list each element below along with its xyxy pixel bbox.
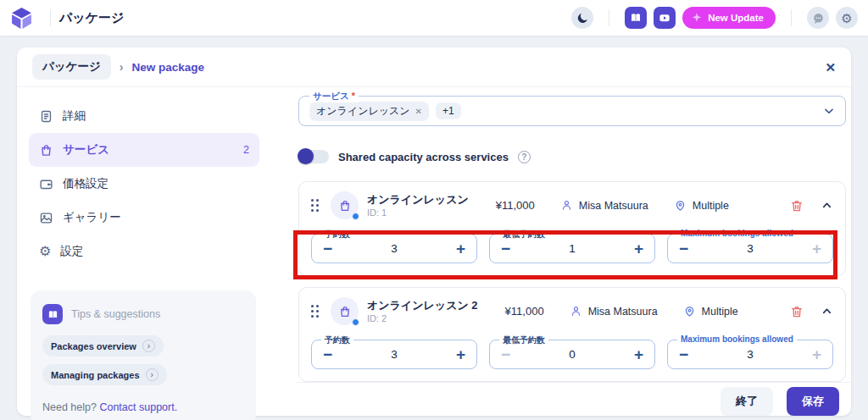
increment-button[interactable]: +	[634, 346, 643, 362]
chevron-up-icon	[821, 305, 833, 318]
trash-icon	[790, 199, 804, 213]
services-count-badge: 2	[243, 144, 249, 156]
stepper-label: 最低予約数	[499, 334, 548, 346]
help-icon[interactable]: ?	[518, 151, 531, 163]
decrement-button[interactable]: −	[323, 346, 332, 362]
shared-capacity-label: Shared capacity across services	[338, 151, 509, 163]
packages-overview-link[interactable]: Packages overview ›	[42, 335, 164, 356]
top-app-bar: パッケージ New Update	[0, 0, 868, 36]
divider	[50, 9, 51, 26]
need-help-prefix: Need help?	[42, 401, 99, 413]
decrement-button[interactable]: −	[679, 346, 688, 362]
increment-button[interactable]: +	[812, 346, 821, 362]
decrement-button[interactable]: −	[323, 240, 332, 257]
service-chip-label: オンラインレッスン	[316, 104, 410, 119]
toggle-knob	[298, 148, 314, 164]
moon-icon	[576, 12, 589, 25]
increment-button[interactable]: +	[456, 346, 465, 362]
stepper-label: 最低予約数	[499, 229, 548, 240]
trash-icon	[790, 305, 804, 318]
chevron-right-icon: ›	[146, 368, 159, 381]
service-price: ¥11,000	[505, 305, 544, 318]
decrement-button[interactable]: −	[501, 240, 510, 257]
video-tutorials-button[interactable]	[654, 7, 676, 29]
tips-title: Tips & suggestions	[71, 308, 160, 320]
contact-support-link[interactable]: Contact support.	[99, 401, 177, 413]
shared-capacity-toggle[interactable]	[298, 150, 329, 163]
docs-button[interactable]	[625, 7, 647, 29]
managing-packages-label: Managing packages	[51, 370, 140, 380]
increment-button[interactable]: +	[812, 240, 821, 257]
increment-button[interactable]: +	[634, 240, 643, 257]
bag-icon	[39, 143, 53, 158]
sidebar-item-gallery[interactable]: ギャラリー	[29, 201, 259, 235]
sidebar-item-settings[interactable]: ⚙ 設定	[29, 235, 259, 268]
stepper-value: 3	[668, 348, 832, 361]
drag-handle-icon[interactable]	[311, 199, 320, 213]
stepper-value: 3	[312, 242, 476, 255]
decrement-button[interactable]: −	[679, 240, 688, 257]
gallery-icon	[39, 211, 53, 225]
stepper-value: 3	[312, 348, 476, 361]
need-help-text: Need help? Contact support.	[42, 401, 244, 413]
divider	[791, 9, 792, 26]
gear-icon: ⚙	[39, 245, 51, 258]
delete-service-button[interactable]	[790, 199, 804, 213]
gear-icon: ⚙	[841, 12, 852, 25]
stepper-label: Maximum bookings allowed	[677, 229, 797, 238]
divider	[609, 9, 609, 26]
dark-mode-toggle-button[interactable]	[571, 7, 593, 29]
chevron-right-icon: ›	[142, 340, 155, 352]
sidebar-item-details[interactable]: 詳細	[29, 99, 259, 133]
sidebar-item-label: サービス	[63, 142, 109, 158]
sidebar-item-services[interactable]: サービス 2	[29, 133, 259, 167]
new-package-panel: パッケージ › New package ✕ 詳細 サ	[17, 47, 851, 416]
chat-support-button[interactable]	[807, 7, 829, 29]
chip-remove-icon[interactable]: ✕	[415, 107, 422, 116]
settings-button[interactable]: ⚙	[836, 7, 858, 29]
sidebar-item-label: 設定	[60, 244, 83, 259]
collapse-card-button[interactable]	[821, 199, 833, 212]
app-logo-icon	[10, 7, 33, 30]
increment-button[interactable]: +	[456, 240, 465, 257]
stepper-value: 3	[668, 242, 832, 255]
collapse-card-button[interactable]	[821, 305, 833, 318]
staff-name: Misa Matsuura	[579, 200, 648, 212]
service-select[interactable]: サービス * オンラインレッスン ✕ +1	[298, 96, 846, 126]
page-title: パッケージ	[59, 10, 124, 26]
managing-packages-link[interactable]: Managing packages ›	[42, 364, 167, 385]
youtube-icon	[658, 11, 671, 25]
service-title: オンラインレッスン 2	[367, 299, 478, 312]
sidebar-item-label: 詳細	[63, 108, 86, 124]
new-update-button[interactable]: New Update	[682, 7, 776, 29]
service-location: Multiple	[674, 199, 729, 212]
service-avatar	[331, 191, 359, 219]
service-select-label: サービス *	[309, 91, 359, 102]
service-label-text: サービス	[313, 91, 349, 101]
chat-bubble-icon	[812, 12, 825, 25]
drag-handle-icon[interactable]	[311, 305, 320, 318]
person-icon	[560, 199, 573, 212]
open-book-icon	[42, 304, 63, 324]
chevron-up-icon	[821, 199, 833, 212]
stepper-label: 予約数	[321, 334, 353, 346]
online-status-dot	[352, 213, 359, 220]
save-button[interactable]: 保存	[787, 387, 839, 416]
service-id: ID: 1	[367, 207, 469, 218]
service-location: Multiple	[683, 305, 738, 318]
wallet-icon	[39, 177, 53, 191]
service-id: ID: 2	[367, 313, 478, 323]
required-asterisk: *	[349, 91, 355, 101]
service-card-1: オンラインレッスン ID: 1 ¥11,000 Misa Matsuura	[298, 181, 846, 276]
breadcrumb-root[interactable]: パッケージ	[32, 54, 111, 80]
close-button[interactable]: ✕	[825, 61, 836, 74]
decrement-button[interactable]: −	[501, 346, 510, 362]
finish-button[interactable]: 終了	[721, 387, 773, 416]
chevron-down-icon[interactable]	[823, 105, 835, 117]
chevron-right-icon: ›	[120, 60, 124, 74]
sidebar: 詳細 サービス 2 価格設定	[17, 87, 297, 416]
location-value: Multiple	[693, 200, 729, 212]
tips-suggestions-box: Tips & suggestions Packages overview › M…	[31, 290, 256, 420]
sidebar-item-pricing[interactable]: 価格設定	[29, 167, 259, 201]
delete-service-button[interactable]	[790, 305, 804, 318]
